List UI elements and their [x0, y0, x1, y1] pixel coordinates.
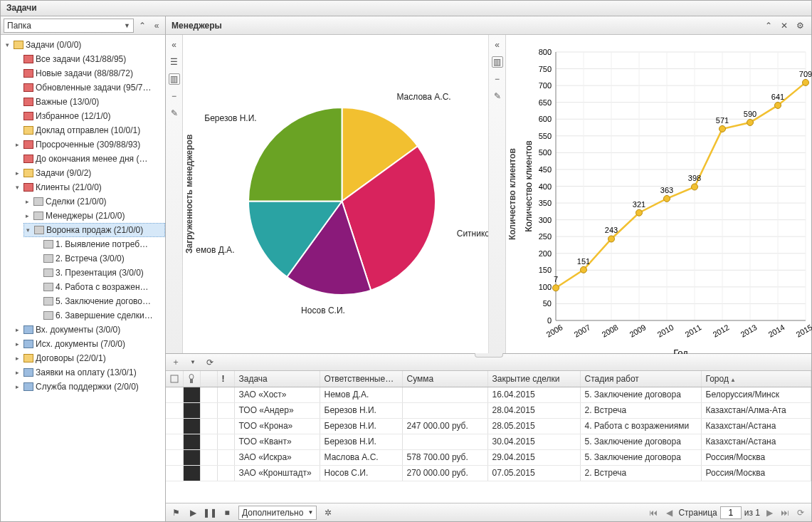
tree-item[interactable]: 1. Выявление потреб…: [33, 237, 165, 251]
tree-item[interactable]: ▸Договоры (22/0/1): [14, 351, 165, 365]
stop-icon[interactable]: ■: [221, 507, 233, 518]
expander-icon[interactable]: ▸: [14, 169, 21, 177]
tree-item[interactable]: Обновленные задачи (95/7…: [14, 80, 165, 95]
folder-selector[interactable]: Папка ▼: [4, 19, 134, 33]
svg-point-62: [664, 195, 670, 202]
expander-icon[interactable]: ▸: [23, 212, 31, 219]
header-icon-col[interactable]: [166, 371, 183, 387]
tree-item[interactable]: 2. Встреча (3/0/0): [33, 251, 165, 266]
pencil-icon[interactable]: ✎: [492, 90, 503, 102]
tree-item[interactable]: ▾Задачи (0/0/0): [4, 38, 165, 52]
tree-item[interactable]: 5. Заключение догово…: [33, 294, 165, 308]
settings-icon[interactable]: ✲: [322, 507, 334, 518]
splitter-handle[interactable]: [475, 353, 503, 357]
list-view-icon[interactable]: ☰: [169, 56, 180, 68]
next-page-icon[interactable]: ▶: [763, 506, 776, 519]
tree-item[interactable]: ▾Воронка продаж (21/0/0): [23, 223, 165, 237]
column-header[interactable]: Город▲: [701, 371, 811, 387]
header-icon-col[interactable]: !: [217, 371, 234, 387]
minus-icon[interactable]: −: [169, 90, 180, 102]
table-row[interactable]: ЗАО «Хост»Немов Д.А.16.04.20155. Заключе…: [166, 387, 811, 402]
tree-item[interactable]: Новые задачи (88/88/72): [14, 66, 165, 80]
tree-item[interactable]: ▾Клиенты (21/0/0): [14, 180, 165, 194]
expander-icon[interactable]: ▸: [23, 198, 31, 205]
table-row[interactable]: ТОО «Крона»Березов Н.И.247 000.00 руб.28…: [166, 418, 811, 434]
expander-icon[interactable]: ▾: [4, 41, 11, 48]
first-page-icon[interactable]: ⏮: [647, 506, 660, 519]
tree-item[interactable]: ▸Просроченные (309/88/93): [14, 137, 165, 152]
prev-page-icon[interactable]: ◀: [663, 506, 675, 519]
chart-view-icon[interactable]: ▥: [169, 73, 180, 85]
minus-icon[interactable]: −: [492, 73, 503, 85]
collapse-up-icon[interactable]: ⌃: [763, 20, 774, 31]
svg-point-68: [747, 119, 754, 125]
tree-item[interactable]: 6. Завершение сделки…: [33, 308, 165, 323]
tree-item[interactable]: Важные (13/0/0): [14, 95, 165, 109]
tree-item[interactable]: ▸Сделки (21/0/0): [23, 194, 165, 209]
tree-item[interactable]: ▸Менеджеры (21/0/0): [23, 209, 165, 223]
refresh-icon[interactable]: ⟳: [794, 506, 807, 519]
table-row[interactable]: ЗАО «Кронштадт»Носов С.И.270 000.00 руб.…: [166, 465, 811, 481]
expander-icon[interactable]: ▸: [14, 141, 21, 148]
column-header[interactable]: Стадия работ: [580, 371, 701, 387]
chart-view-icon[interactable]: ▥: [492, 56, 503, 68]
column-header[interactable]: Сумма: [402, 371, 487, 387]
pencil-icon[interactable]: ✎: [169, 108, 180, 119]
tree-item[interactable]: ▸Задачи (9/0/2): [14, 166, 165, 180]
tree-item[interactable]: ▸Служба поддержки (2/0/0): [14, 380, 165, 394]
expander-icon[interactable]: ▸: [14, 355, 21, 362]
column-header[interactable]: Закрытие сделки: [487, 371, 580, 387]
tree-item[interactable]: ▸Заявки на оплату (13/0/1): [14, 365, 165, 380]
table-row[interactable]: ТОО «Андер»Березов Н.И.28.04.20152. Встр…: [166, 402, 811, 418]
expander-icon[interactable]: ▾: [14, 184, 21, 191]
header-icon-col[interactable]: [183, 371, 200, 387]
close-icon[interactable]: ✕: [779, 20, 790, 31]
pause-icon[interactable]: ❚❚: [204, 507, 216, 518]
yellow-folder-icon: [23, 169, 33, 177]
pie-slice-label: Ситников А.А.: [457, 229, 488, 239]
tree-item-label: Новые задачи (88/88/72): [36, 68, 133, 78]
tree-item[interactable]: Избранное (12/1/0): [14, 109, 165, 123]
collapse-panel-icon[interactable]: «: [169, 39, 180, 51]
svg-text:500: 500: [539, 148, 552, 157]
tree-item-label: 4. Работа с возражен…: [56, 282, 149, 292]
last-page-icon[interactable]: ⏭: [779, 506, 791, 519]
cell-task: ТОО «Андер»: [234, 402, 320, 418]
tree-item[interactable]: 4. Работа с возражен…: [33, 280, 165, 294]
play-icon[interactable]: ▶: [187, 507, 199, 518]
tree-item[interactable]: 3. Презентация (3/0/0): [33, 266, 165, 280]
tree-item[interactable]: До окончания менее дня (…: [14, 152, 165, 166]
tree-item[interactable]: Доклад отправлен (10/0/1): [14, 123, 165, 137]
tree-item[interactable]: Все задачи (431/88/95): [14, 52, 165, 66]
table-row[interactable]: ЗАО «Искра»Маслова А.С.578 700.00 руб.29…: [166, 449, 811, 465]
table-row[interactable]: ТОО «Квант»Березов Н.И.30.04.20155. Закл…: [166, 434, 811, 449]
expander-icon[interactable]: ▸: [14, 369, 21, 376]
flag-icon[interactable]: ⚑: [170, 507, 181, 518]
expander-icon[interactable]: ▸: [14, 383, 21, 390]
page-input[interactable]: [720, 506, 742, 519]
svg-text:363: 363: [660, 186, 673, 194]
collapse-panel-icon[interactable]: «: [492, 39, 503, 51]
cell-city: Казахстан/Астана: [701, 418, 811, 434]
dropdown-icon[interactable]: ▼: [187, 357, 199, 368]
column-header[interactable]: Задача: [234, 371, 320, 387]
extra-menu[interactable]: Дополнительно ▼: [238, 506, 317, 520]
add-button[interactable]: ＋: [170, 357, 181, 368]
expander-icon[interactable]: ▸: [14, 326, 21, 333]
expander-icon[interactable]: ▾: [24, 226, 32, 234]
column-header[interactable]: Ответственные…: [320, 371, 402, 387]
expander-icon[interactable]: ▸: [14, 340, 21, 348]
svg-text:250: 250: [539, 232, 552, 241]
gear-icon[interactable]: ⚙: [794, 20, 806, 31]
refresh-icon[interactable]: ⟳: [204, 357, 216, 368]
tree-item[interactable]: ▸Вх. документы (3/0/0): [14, 323, 165, 337]
svg-text:Количество клиентов: Количество клиентов: [523, 140, 534, 232]
expand-up-icon[interactable]: ⌃: [137, 20, 148, 31]
header-icon-col[interactable]: [200, 371, 217, 387]
page-of-label: из 1: [744, 508, 760, 518]
cell-sum: [402, 387, 487, 402]
collapse-left-icon[interactable]: «: [151, 20, 162, 31]
tree-item[interactable]: ▸Исх. документы (7/0/0): [14, 337, 165, 351]
svg-rect-78: [190, 379, 193, 383]
svg-point-77: [189, 374, 194, 379]
